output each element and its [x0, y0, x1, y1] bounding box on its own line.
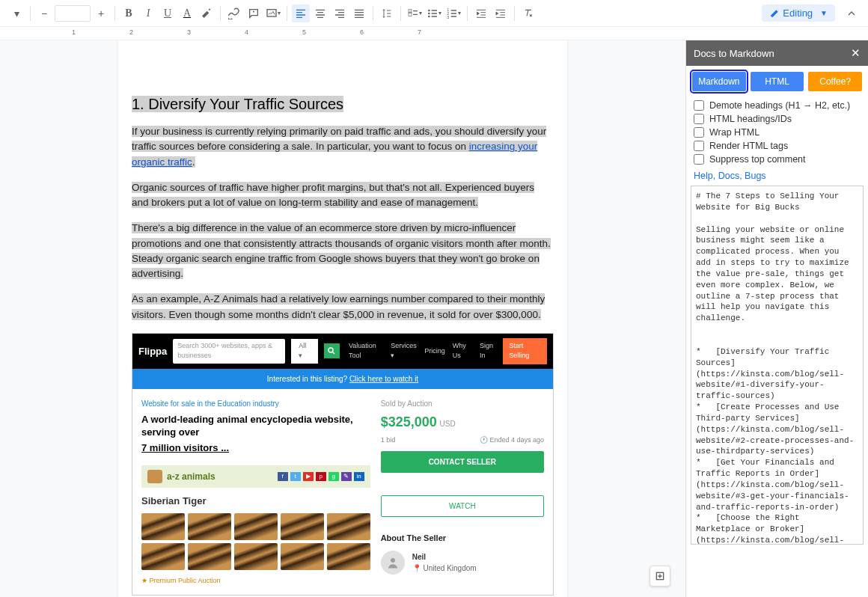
align-right-icon[interactable] — [331, 4, 349, 22]
opt-suppress-comment[interactable]: Suppress top comment — [694, 153, 861, 166]
listing-visitors: 7 million visitors ... — [141, 441, 370, 456]
opt-wrap-html[interactable]: Wrap HTML — [694, 126, 861, 139]
svg-text:3: 3 — [447, 14, 449, 19]
explore-button[interactable] — [650, 566, 670, 587]
embedded-image-flippa[interactable]: Flippa Search 3000+ websites, apps & bus… — [132, 333, 554, 596]
highlight-button[interactable] — [198, 4, 216, 22]
sold-label: Sold by Auction — [381, 398, 544, 409]
comment-icon[interactable] — [245, 4, 263, 22]
format-toolbar: ▾ − + B I U A ▾ ▾ ▾ 123▾ Editing ▼ — [0, 0, 868, 27]
link-docs[interactable]: Docs — [718, 171, 739, 181]
tab-markdown[interactable]: Markdown — [692, 72, 746, 91]
tab-html[interactable]: HTML — [751, 72, 804, 91]
link-bugs[interactable]: Bugs — [745, 171, 766, 181]
svg-point-3 — [428, 9, 430, 11]
indent-decrease-icon[interactable] — [472, 4, 490, 22]
flippa-banner: Interested in this listing? Click here t… — [132, 369, 553, 389]
mode-label: Editing — [783, 7, 813, 19]
seller-location: 📍 United Kingdom — [412, 563, 477, 574]
species-heading: Siberian Tiger — [141, 494, 370, 509]
underline-button[interactable]: U — [159, 4, 177, 22]
align-center-icon[interactable] — [311, 4, 329, 22]
addon-sidebar: Docs to Markdown ✕ Markdown HTML Coffee?… — [685, 40, 868, 597]
numbered-list-icon[interactable]: 123▾ — [444, 4, 462, 22]
italic-button[interactable]: I — [139, 4, 157, 22]
zoom-input[interactable] — [55, 5, 91, 22]
mode-dropdown[interactable]: Editing ▼ — [762, 4, 835, 22]
line-spacing-icon[interactable] — [378, 4, 396, 22]
ended-label: 🕐 Ended 4 days ago — [480, 435, 544, 446]
markdown-output[interactable]: # The 7 Steps to Selling Your Website fo… — [691, 186, 864, 545]
pencil-icon — [769, 8, 780, 19]
premium-badge: ★ Premium Public Auction — [141, 576, 370, 587]
sidebar-title: Docs to Markdown — [694, 48, 774, 59]
opt-render-html[interactable]: Render HTML tags — [694, 139, 861, 153]
clear-formatting-icon[interactable] — [519, 4, 537, 22]
listing-title: A world-leading animal encyclopedia webs… — [141, 414, 370, 439]
svg-point-4 — [428, 12, 430, 14]
align-left-icon[interactable] — [292, 4, 310, 22]
zoom-in-button[interactable]: + — [92, 4, 110, 22]
svg-rect-2 — [409, 13, 412, 16]
svg-rect-1 — [409, 9, 412, 12]
align-justify-icon[interactable] — [350, 4, 368, 22]
price: $325,000 — [381, 414, 437, 429]
link-help[interactable]: Help — [694, 171, 713, 181]
about-seller-heading: About The Seller — [381, 532, 544, 545]
seller-name: Neil — [412, 551, 477, 563]
listing-brand-box: a-z animals ft▶pg✎in — [141, 465, 370, 488]
avatar-icon — [381, 551, 405, 575]
caret-down-icon: ▼ — [820, 9, 828, 17]
paragraph[interactable]: There's a big difference in the value of… — [132, 221, 554, 281]
bids-count: 1 bid — [381, 435, 396, 446]
flippa-search-input: Search 3000+ websites, apps & businesses — [173, 339, 285, 364]
more-styles-dropdown[interactable]: ▾ — [7, 4, 25, 22]
link-icon[interactable] — [225, 4, 243, 22]
close-icon[interactable]: ✕ — [851, 46, 861, 60]
bullet-list-icon[interactable]: ▾ — [425, 4, 443, 22]
zoom-out-button[interactable]: − — [35, 4, 53, 22]
search-icon — [324, 343, 340, 358]
sidebar-header: Docs to Markdown ✕ — [686, 40, 868, 66]
contact-seller-button: CONTACT SELLER — [381, 451, 544, 473]
document-canvas[interactable]: 1. Diversify Your Traffic Sources If you… — [0, 40, 685, 597]
flippa-start-selling: Start Selling — [503, 338, 547, 364]
image-icon[interactable]: ▾ — [264, 4, 282, 22]
text-color-button[interactable]: A — [178, 4, 196, 22]
heading-1[interactable]: 1. Diversify Your Traffic Sources — [132, 93, 554, 115]
paragraph[interactable]: If your business is currently relying pr… — [132, 124, 554, 170]
opt-html-headings[interactable]: HTML headings/IDs — [694, 112, 861, 126]
svg-point-5 — [428, 15, 430, 17]
tab-coffee[interactable]: Coffee? — [808, 72, 862, 91]
tiger-icon — [147, 470, 162, 483]
ruler: 1 2 3 4 5 6 7 — [0, 27, 868, 40]
sidebar-links: Help, Docs, Bugs — [686, 171, 868, 186]
svg-point-9 — [328, 348, 333, 352]
paragraph[interactable]: Organic sources of traffic have higher p… — [132, 180, 554, 211]
bold-button[interactable]: B — [120, 4, 138, 22]
svg-point-10 — [391, 558, 395, 563]
opt-demote-headings[interactable]: Demote headings (H1 → H2, etc.) — [694, 99, 861, 112]
tiger-thumbnails — [141, 513, 370, 570]
indent-increase-icon[interactable] — [492, 4, 510, 22]
watch-button: WATCH — [381, 495, 544, 517]
paragraph[interactable]: As an example, A-Z Animals had a relativ… — [132, 292, 554, 322]
flippa-all-dropdown: All ▾ — [291, 339, 317, 364]
collapse-toolbar-icon[interactable] — [843, 4, 861, 22]
checklist-icon[interactable]: ▾ — [406, 4, 424, 22]
flippa-logo: Flippa — [138, 344, 167, 359]
listing-category: Website for sale in the Education indust… — [141, 398, 370, 409]
